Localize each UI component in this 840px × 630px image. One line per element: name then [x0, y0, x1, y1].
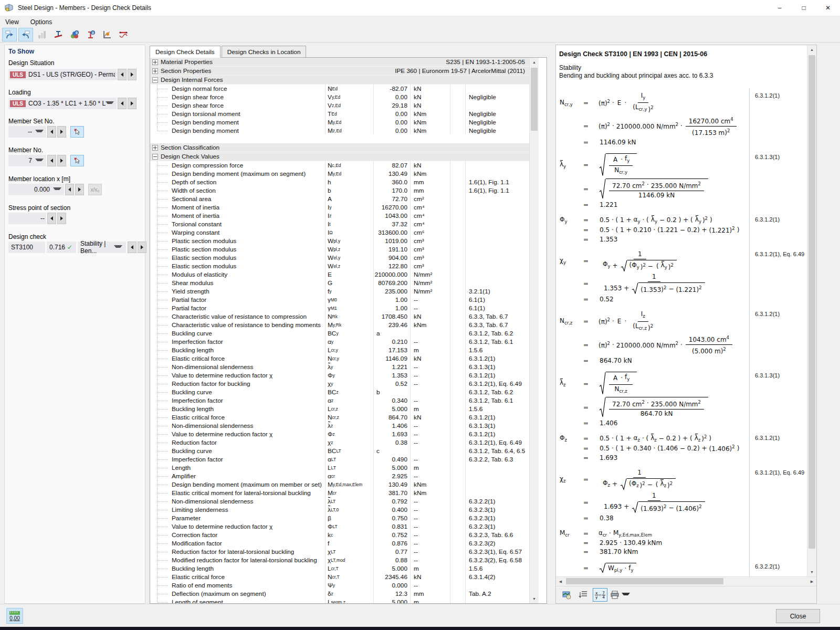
table-row[interactable]: Elastic critical forceNcr,y1146.09kN6.3.… [150, 354, 529, 363]
table-row[interactable]: Partial factorγM11.00--6.1(1) [150, 304, 529, 312]
table-row[interactable]: Correction factorkc0.752--6.3.2.3, Tab. … [150, 531, 529, 539]
cross-section-info-button[interactable]: 0 [83, 28, 98, 41]
table-row[interactable]: Elastic section modulusWel,z122.80cm³ [150, 262, 529, 270]
table-row[interactable]: Warping constantIΩ313600.00cm⁶ [150, 228, 529, 237]
table-row[interactable]: Reduction factor for bucklingχy0.52--6.3… [150, 380, 529, 388]
table-row[interactable]: Reduction factorχz0.38--6.3.1.2(1), Eq. … [150, 438, 529, 447]
design-check-prev-button[interactable] [128, 242, 136, 253]
jump-to-next-button[interactable] [18, 28, 33, 41]
table-row[interactable]: Elastic section modulusWel,y904.00cm³ [150, 254, 529, 262]
member-set-pick-button[interactable] [70, 126, 84, 138]
table-row[interactable]: Ratio of end momentsΨy0.000-- [150, 581, 529, 590]
design-situation-prev-button[interactable] [118, 69, 127, 80]
member-deflection-button[interactable] [116, 28, 131, 41]
formula-values-toggle-button[interactable]: xy = 74 [593, 588, 607, 602]
tree-group-row[interactable]: Material PropertiesS235 | EN 1993-1-1:20… [150, 58, 529, 67]
member-pick-button[interactable] [70, 155, 84, 166]
table-row[interactable]: Sectional areaA72.70cm² [150, 195, 529, 203]
table-row[interactable]: Parameterβ0.750--6.3.2.3(1) [150, 514, 529, 522]
table-row[interactable]: Value to determine reduction factor χΦy1… [150, 371, 529, 380]
design-check-code[interactable]: ST3100 [8, 242, 45, 253]
expand-icon[interactable] [152, 68, 158, 74]
table-row[interactable]: Design torsional momentTEd0.00kNmNegligi… [150, 110, 529, 118]
scroll-left-arrow[interactable]: ◀ [556, 577, 565, 586]
table-row[interactable]: Buckling lengthLcr,T5.000m1.5.6 [150, 564, 529, 573]
table-row[interactable]: Moment of inertiaIz1043.00cm⁴ [150, 212, 529, 220]
table-row[interactable]: Non-dimensional slendernessλz1.406--6.3.… [150, 422, 529, 430]
member-prev-button[interactable] [47, 155, 56, 166]
material-info-button[interactable]: 0 [67, 28, 82, 41]
table-row[interactable]: Non-dimensional slendernessλLT0.792--6.3… [150, 497, 529, 506]
table-row[interactable]: Elastic critical forceNcr,z864.70kN6.3.1… [150, 413, 529, 422]
table-row[interactable]: Plastic section modulusWpl,y1019.00cm³ [150, 237, 529, 245]
table-row[interactable]: Buckling curveBCya6.3.1.2, Tab. 6.2 [150, 329, 529, 338]
table-row[interactable]: Design bending momentMy,Ed0.00kNmNegligi… [150, 118, 529, 127]
report-vertical-scrollbar[interactable]: ▲ ▼ [807, 45, 816, 576]
design-check-next-button[interactable] [138, 242, 146, 253]
table-row[interactable]: Imperfection factorαLT0.490--6.3.2.2, Ta… [150, 455, 529, 464]
table-row[interactable]: Elastic critical forceNcr,T2345.46kN6.3.… [150, 573, 529, 581]
decimal-places-button[interactable]: 0,00 [6, 608, 23, 624]
print-button[interactable] [610, 588, 632, 602]
design-check-ratio[interactable]: 0.716 ✓ [47, 242, 76, 253]
table-row[interactable]: Design normal forceNEd-82.07kN [150, 85, 529, 93]
table-row[interactable]: Modified reduction factor for lateral-to… [150, 556, 529, 564]
member-location-prev-button[interactable] [65, 184, 74, 195]
table-row[interactable]: Imperfection factorαz0.340--6.3.1.2, Tab… [150, 396, 529, 405]
maximize-button[interactable]: □ [792, 0, 816, 16]
expand-icon[interactable] [152, 59, 158, 65]
table-row[interactable]: Buckling lengthLcr,z5.000m1.5.6 [150, 405, 529, 413]
table-row[interactable]: Yield strengthfy235.000N/mm²3.2.1(1) [150, 287, 529, 296]
display-properties-button[interactable] [559, 588, 574, 602]
result-diagrams-button[interactable] [35, 28, 49, 41]
report-horizontal-scrollbar[interactable]: ◀ ▶ [556, 576, 816, 586]
table-row[interactable]: Modification factorf0.876--6.3.2.3(2) [150, 539, 529, 548]
loading-prev-button[interactable] [118, 98, 127, 109]
design-situation-next-button[interactable] [128, 69, 136, 80]
table-row[interactable]: Buckling curveBCLTc6.3.1.2, Tab. 6.4, 6.… [150, 447, 529, 455]
member-set-prev-button[interactable] [47, 126, 56, 138]
menu-view[interactable]: View [5, 18, 19, 26]
loading-next-button[interactable] [128, 98, 136, 109]
table-row[interactable]: Modulus of elasticityE210000.000N/mm² [150, 270, 529, 279]
expand-icon[interactable] [152, 77, 158, 83]
table-row[interactable]: Buckling lengthLcr,y17.153m1.5.6 [150, 346, 529, 354]
tree-group-row[interactable]: Section PropertiesIPE 360 | Euronorm 19-… [150, 67, 529, 76]
stress-point-prev-button[interactable] [47, 213, 56, 224]
table-row[interactable]: Design bending moment (maximum on segmen… [150, 170, 529, 178]
expand-list-button[interactable] [576, 588, 591, 602]
member-set-next-button[interactable] [57, 126, 66, 138]
table-row[interactable]: Moment of inertiaIy16270.00cm⁴ [150, 203, 529, 212]
table-row[interactable]: LengthLLT5.000m [150, 464, 529, 472]
loading-combo[interactable]: ULS CO3 - 1.35 * LC1 + 1.50 * LC2 + ... [8, 98, 117, 109]
design-situation-combo[interactable]: ULS DS1 - ULS (STR/GEO) - Permanent ... [8, 69, 117, 80]
minimize-button[interactable]: – [768, 0, 792, 16]
table-row[interactable]: Plastic section modulusWpl,z191.10cm³ [150, 245, 529, 254]
close-window-button[interactable]: ✕ [816, 0, 840, 16]
table-row[interactable]: Imperfection factorαy0.210--6.3.1.2, Tab… [150, 338, 529, 346]
table-row[interactable]: Width of sectionb170.0mm1.6(1), Fig. 1.1 [150, 186, 529, 195]
scroll-right-arrow[interactable]: ▶ [807, 577, 816, 586]
table-row[interactable]: Limiting slendernessλLT,00.400--6.3.2.3(… [150, 506, 529, 514]
table-row[interactable]: Reduction factor for lateral-torsional b… [150, 548, 529, 556]
member-location-combo[interactable]: 0.000 [8, 184, 64, 195]
scroll-down-arrow[interactable]: ▼ [530, 594, 539, 603]
expand-icon[interactable] [152, 145, 158, 151]
table-row[interactable]: Depth of sectionh360.0mm1.6(1), Fig. 1.1 [150, 178, 529, 186]
scrollbar-thumb[interactable] [808, 55, 815, 549]
expand-icon[interactable] [152, 154, 158, 160]
table-row[interactable]: Value to determine reduction factor χΦLT… [150, 522, 529, 531]
table-row[interactable]: Buckling curveBCzb6.3.1.2, Tab. 6.2 [150, 388, 529, 396]
member-set-combo[interactable]: -- [8, 126, 46, 138]
design-check-type-combo[interactable]: Stability | Ben... [78, 242, 126, 253]
table-row[interactable]: Characteristic value of resistance to be… [150, 321, 529, 329]
stress-point-diagram-button[interactable] [100, 28, 114, 41]
table-row[interactable]: Non-dimensional slendernessλy1.221--6.3.… [150, 363, 529, 371]
tree-group-row[interactable]: Design Check Values [150, 152, 529, 161]
table-row[interactable]: Design compression forceNc,Ed82.07kN [150, 161, 529, 170]
stress-point-combo[interactable]: -- [8, 213, 46, 224]
support-info-button[interactable] [51, 28, 66, 41]
jump-to-previous-button[interactable] [2, 28, 17, 41]
stress-point-next-button[interactable] [57, 213, 66, 224]
table-row[interactable]: Characteristic value of resistance to co… [150, 312, 529, 321]
